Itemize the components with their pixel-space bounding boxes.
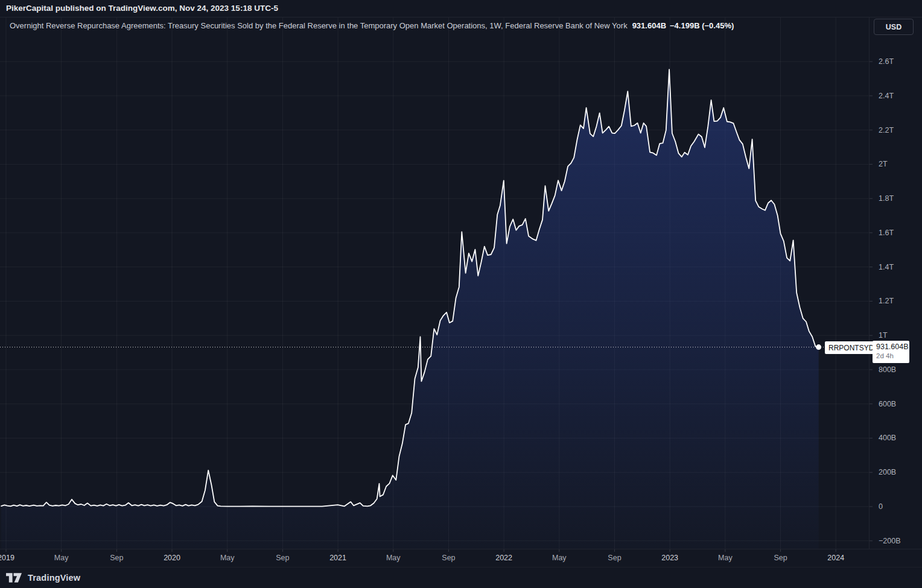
price-chart-canvas[interactable] xyxy=(0,0,922,588)
area-fill xyxy=(1,69,819,549)
time-scale-axis[interactable]: 2019MaySep2020MaySep2021MaySep2022MaySep… xyxy=(0,549,922,567)
time-tick-label: Sep xyxy=(774,554,787,562)
tradingview-brand-text: TradingView xyxy=(28,573,80,583)
price-tick-label: 600B xyxy=(879,400,896,408)
series-symbol-flag[interactable]: RRPONTSYD xyxy=(825,341,877,354)
price-scale-axis[interactable]: 2.6T2.4T2.2T2T1.8T1.6T1.4T1.2T1T800B600B… xyxy=(869,17,922,549)
bar-countdown: 2d 4h xyxy=(876,352,909,361)
axis-label-price: 931.604B xyxy=(876,342,909,352)
price-tick-label: 200B xyxy=(879,468,896,476)
time-tick-label: 2024 xyxy=(827,554,844,562)
time-tick-label: May xyxy=(54,554,69,562)
time-tick-label: 2020 xyxy=(164,554,180,562)
last-price-dot xyxy=(816,344,821,350)
price-tick-label: 2T xyxy=(879,160,888,168)
time-tick-label: Sep xyxy=(110,554,123,562)
last-price-axis-label: 931.604B 2d 4h xyxy=(873,341,909,363)
price-tick-label: 1T xyxy=(879,331,888,340)
currency-label: USD xyxy=(886,23,901,31)
currency-toggle-button[interactable]: USD xyxy=(874,19,914,35)
price-tick-label: 1.2T xyxy=(879,297,894,305)
footer-separator xyxy=(0,567,922,567)
price-tick-label: −200B xyxy=(879,537,901,545)
time-tick-label: Sep xyxy=(442,554,455,562)
series-symbol-text: RRPONTSYD xyxy=(828,344,874,352)
symbol-header: Overnight Reverse Repurchase Agreements:… xyxy=(10,21,734,30)
footer-branding[interactable]: TradingView xyxy=(6,571,80,585)
time-tick-label: Sep xyxy=(608,554,621,562)
time-tick-label: May xyxy=(552,554,567,562)
symbol-description: Overnight Reverse Repurchase Agreements:… xyxy=(10,21,628,30)
price-tick-label: 0 xyxy=(879,502,883,511)
price-tick-label: 2.2T xyxy=(879,126,894,134)
header-separator xyxy=(0,17,922,17)
time-tick-label: 2019 xyxy=(0,554,14,562)
time-tick-label: May xyxy=(718,554,733,562)
time-tick-label: 2022 xyxy=(495,554,512,562)
time-tick-label: 2021 xyxy=(329,554,346,562)
time-tick-label: Sep xyxy=(276,554,289,562)
price-tick-label: 800B xyxy=(879,365,896,374)
tradingview-logo-icon xyxy=(6,573,22,583)
price-change-value: −4.199B (−0.45%) xyxy=(670,21,734,30)
time-tick-label: 2023 xyxy=(661,554,678,562)
price-tick-label: 400B xyxy=(879,434,896,442)
price-tick-label: 1.4T xyxy=(879,263,894,271)
time-tick-label: May xyxy=(386,554,401,562)
last-price-value: 931.604B xyxy=(632,21,666,30)
price-tick-label: 1.6T xyxy=(879,229,894,237)
price-tick-label: 1.8T xyxy=(879,194,894,203)
price-tick-label: 2.4T xyxy=(879,92,894,100)
tradingview-published-chart: { "attribution": "PikerCapital published… xyxy=(0,0,922,588)
attribution-text: PikerCapital published on TradingView.co… xyxy=(6,4,278,13)
time-tick-label: May xyxy=(220,554,235,562)
price-tick-label: 2.6T xyxy=(879,57,894,66)
